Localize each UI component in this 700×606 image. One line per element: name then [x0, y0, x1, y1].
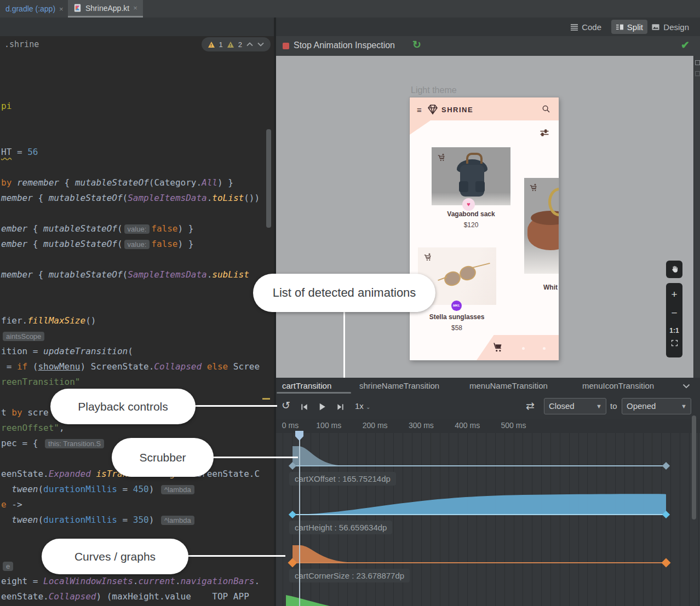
- from-state-select[interactable]: Closed ▼: [544, 398, 606, 414]
- code-line: member { mutableStateOf(SampleItemsData.…: [1, 267, 249, 282]
- keyframe-diamond[interactable]: [662, 462, 670, 470]
- code-line: ember { mutableStateOf(value:false) }: [1, 236, 193, 252]
- swap-states-icon[interactable]: ⇄: [526, 400, 535, 412]
- animation-tab-cartTransition[interactable]: cartTransition: [282, 378, 331, 394]
- curve-value-label: cartCornerSize : 23.678877dp: [289, 569, 410, 582]
- design-view-button[interactable]: Design: [647, 20, 693, 34]
- scrubber-line[interactable]: [299, 431, 300, 606]
- add-cart-icon[interactable]: [423, 252, 433, 262]
- animation-tab-menuNameTransition[interactable]: menuNameTransition: [469, 378, 548, 394]
- heart-badge[interactable]: ♥: [462, 198, 475, 211]
- callout-line-animations: [343, 311, 345, 378]
- inspection-widget[interactable]: 1 2: [202, 37, 271, 51]
- code-token: (: [128, 346, 133, 356]
- code-token: .: [207, 269, 213, 280]
- code-token: ): [217, 177, 228, 188]
- callout-line-playback: [195, 405, 277, 407]
- code-token: =: [1, 361, 17, 372]
- animation-tab-shrineNameTransition[interactable]: shrineNameTransition: [359, 378, 439, 394]
- to-state-select[interactable]: Opened ▼: [622, 398, 691, 414]
- keyframe-diamond[interactable]: [662, 558, 671, 568]
- product-name: Stella sunglasses: [413, 313, 501, 321]
- check-icon: ✔: [681, 39, 690, 51]
- filter-icon[interactable]: [539, 128, 550, 138]
- from-state-value: Closed: [549, 401, 575, 411]
- refresh-icon[interactable]: ↻: [412, 38, 421, 51]
- chevron-up-icon[interactable]: [246, 42, 253, 47]
- to-label: to: [610, 401, 617, 411]
- editor-vertical-scrollbar[interactable]: [266, 129, 271, 228]
- shrine-cart-bar[interactable]: [477, 335, 559, 360]
- code-token: mutableStateOf: [75, 177, 149, 188]
- product-image-belt[interactable]: [524, 178, 559, 274]
- code-token: remember: [17, 177, 59, 188]
- add-cart-icon[interactable]: [437, 153, 446, 162]
- zoom-1to1-button[interactable]: 1:1: [666, 327, 682, 334]
- stop-animation-inspection-label[interactable]: Stop Animation Inspection: [294, 41, 395, 50]
- tab-shrineapp[interactable]: ShrineApp.kt ×: [68, 0, 143, 18]
- code-token: (: [38, 484, 43, 494]
- product-image-vagabond-sack[interactable]: [432, 147, 510, 205]
- pan-button[interactable]: [666, 261, 682, 278]
- tool-strip-icon[interactable]: [695, 60, 700, 65]
- playback-toolbar: ↺ 1x ⌄ ⇄ Closed ▼ to Opened ▼: [276, 395, 700, 419]
- close-icon[interactable]: ×: [133, 4, 137, 12]
- code-token: ): [149, 515, 159, 525]
- timeline-tick-label: 400 ms: [455, 421, 480, 430]
- curve-cartXOffset: [292, 446, 666, 466]
- animation-tab-menuIconTransition[interactable]: menuIconTransition: [582, 378, 654, 394]
- zoom-out-button[interactable]: −: [666, 307, 682, 319]
- app-bar-corner: [410, 120, 431, 135]
- breadcrumb-bar: .shrine 1 2: [0, 36, 274, 53]
- code-view-button[interactable]: Code: [566, 20, 606, 34]
- animation-curves-area[interactable]: cartXOffset : 165.75214dp cartHeight : 5…: [276, 433, 700, 606]
- code-token: ember: [1, 239, 27, 249]
- search-icon[interactable]: [542, 105, 550, 113]
- code-token: mutableStateOf: [43, 239, 117, 249]
- code-line: HT = 56: [1, 145, 38, 160]
- tool-strip-icon[interactable]: [695, 71, 700, 76]
- code-line: ition = updateTransition(: [1, 344, 133, 359]
- warning-icon: [208, 42, 215, 48]
- close-icon[interactable]: ×: [59, 5, 64, 13]
- loop-icon[interactable]: ↺: [282, 399, 290, 412]
- code-token: ): [177, 239, 188, 249]
- animation-preview-panel: cartTransitionshrineNameTransitionmenuNa…: [276, 378, 700, 606]
- curves-scrollbar[interactable]: [692, 415, 696, 520]
- skip-to-start-icon[interactable]: [300, 403, 308, 411]
- zoom-fit-button[interactable]: [666, 339, 682, 347]
- code-token: Category: [154, 177, 196, 188]
- code-editor[interactable]: piHT = 56by remember { mutableStateOf(Ca…: [0, 53, 274, 606]
- code-token: mutableStateOf: [43, 223, 117, 234]
- skip-to-end-icon[interactable]: [336, 403, 345, 411]
- cart-icon: [492, 342, 503, 353]
- code-token: }: [188, 239, 194, 249]
- chevron-down-icon[interactable]: [257, 42, 264, 47]
- stop-icon[interactable]: [283, 43, 289, 49]
- speed-value: 1x: [355, 401, 364, 411]
- play-icon[interactable]: [318, 402, 327, 412]
- timeline-header[interactable]: 0 ms100 ms200 ms300 ms400 ms500 ms: [276, 419, 700, 434]
- editor-warning-stripe[interactable]: [262, 398, 270, 400]
- code-token: [91, 469, 96, 479]
- code-token: value:: [124, 240, 150, 249]
- chevron-down-icon[interactable]: [682, 384, 690, 389]
- design-view-label: Design: [663, 22, 689, 32]
- tab-shrineapp-label: ShrineApp.kt: [85, 4, 129, 13]
- code-token: ()): [244, 193, 260, 203]
- keyframe-diamond[interactable]: [289, 511, 296, 518]
- zoom-in-button[interactable]: +: [666, 288, 682, 301]
- speed-select[interactable]: 1x ⌄: [355, 401, 370, 411]
- code-view-label: Code: [582, 22, 601, 32]
- tab-gradle[interactable]: d.gradle (:app) ×: [0, 0, 69, 18]
- code-token: if: [17, 361, 27, 372]
- add-cart-icon[interactable]: [529, 183, 538, 192]
- callout-scrubber: Scrubber: [112, 438, 214, 477]
- editor-tab-bar: d.gradle (:app) × ShrineApp.kt ×: [0, 0, 700, 18]
- code-token: eenState.: [1, 469, 49, 479]
- split-view-button[interactable]: Split: [611, 20, 647, 34]
- breadcrumb[interactable]: .shrine: [4, 39, 39, 49]
- code-token: by: [12, 407, 22, 418]
- android-studio-window: d.gradle (:app) × ShrineApp.kt × Code: [0, 0, 700, 606]
- hamburger-menu-icon[interactable]: ≡: [417, 105, 422, 114]
